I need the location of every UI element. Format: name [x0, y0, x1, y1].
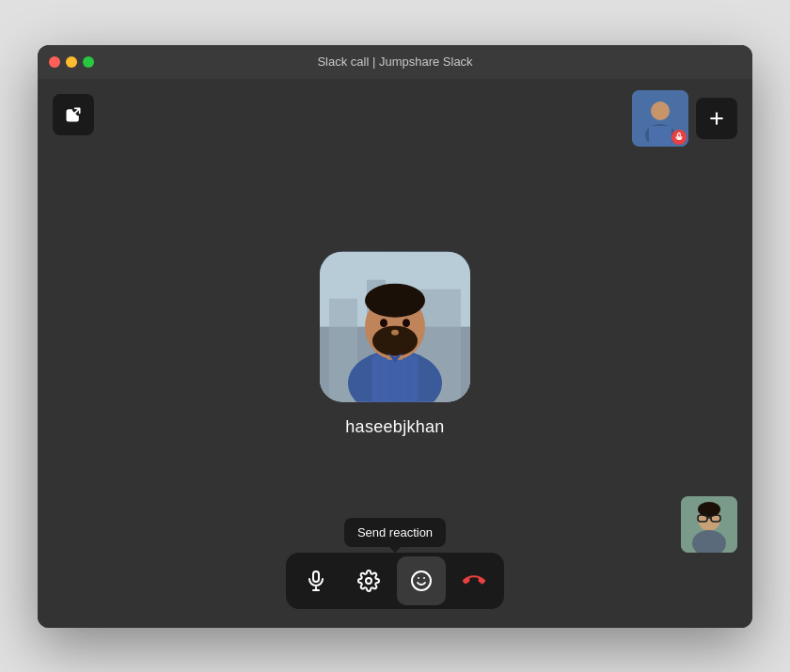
- svg-point-15: [365, 283, 425, 317]
- reaction-button[interactable]: [397, 556, 446, 605]
- svg-rect-32: [313, 571, 319, 582]
- maximize-button[interactable]: [83, 56, 94, 68]
- share-icon: [64, 105, 83, 124]
- controls-bar: Send reaction: [286, 518, 504, 609]
- svg-point-17: [380, 319, 387, 327]
- main-avatar-image: [320, 251, 470, 401]
- window-controls: [49, 56, 94, 68]
- plus-icon: [707, 109, 726, 128]
- controls-buttons: [286, 553, 504, 609]
- svg-point-33: [366, 578, 371, 584]
- end-call-icon: [463, 570, 485, 592]
- titlebar: Slack call | Jumpshare Slack: [38, 45, 752, 79]
- participant-thumbnail-top: [632, 90, 688, 147]
- participant-thumbnail-bottom: [681, 496, 737, 553]
- mic-icon: [305, 570, 327, 592]
- add-participant-button[interactable]: [696, 98, 737, 139]
- mic-button[interactable]: [292, 556, 340, 605]
- mute-indicator: [672, 130, 687, 145]
- svg-point-1: [651, 102, 670, 120]
- main-avatar: [320, 251, 470, 401]
- main-participant: haseebjkhan: [320, 251, 470, 436]
- settings-button[interactable]: [344, 556, 393, 605]
- call-window: Slack call | Jumpshare Slack: [38, 45, 752, 628]
- participant-avatar-bottom: [681, 496, 737, 553]
- close-button[interactable]: [49, 56, 60, 68]
- tooltip: Send reaction: [344, 518, 446, 547]
- end-call-button[interactable]: [450, 556, 498, 605]
- call-content: haseebjkhan Send reaction: [38, 79, 752, 628]
- tooltip-text: Send reaction: [357, 525, 433, 539]
- gear-icon: [357, 570, 380, 592]
- window-title: Slack call | Jumpshare Slack: [317, 55, 472, 69]
- mute-mic-icon: [674, 133, 684, 142]
- main-username: haseebjkhan: [345, 416, 444, 436]
- share-button[interactable]: [53, 94, 94, 135]
- top-right-controls: [632, 90, 737, 147]
- minimize-button[interactable]: [66, 56, 77, 68]
- emoji-icon: [410, 570, 433, 592]
- svg-point-34: [412, 571, 431, 590]
- svg-rect-3: [649, 126, 672, 147]
- svg-point-18: [403, 319, 410, 327]
- svg-point-19: [391, 329, 399, 335]
